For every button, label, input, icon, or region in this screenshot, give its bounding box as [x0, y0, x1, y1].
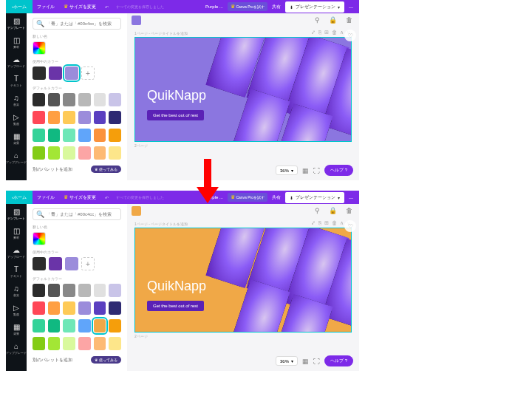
used-swatch[interactable] — [33, 257, 46, 270]
rail-elements[interactable]: ◫素材 — [13, 226, 20, 241]
swatch-selected[interactable] — [94, 319, 106, 332]
swatch[interactable] — [63, 301, 75, 315]
rail-video[interactable]: ▷動画 — [13, 303, 19, 318]
swatch[interactable] — [109, 129, 121, 142]
rail-elements[interactable]: ◫素材 — [13, 35, 20, 50]
share-button[interactable]: 共有 — [269, 4, 284, 10]
swatch[interactable] — [94, 129, 106, 142]
swatch[interactable] — [63, 129, 75, 142]
present-button[interactable]: ⬇ プレゼンテーション ▾ — [285, 1, 344, 13]
search-input[interactable] — [47, 21, 117, 26]
try-brand-button[interactable]: ♛ 使ってみる — [91, 166, 121, 173]
swatch[interactable] — [78, 93, 91, 106]
filter-icon[interactable]: ⚲ — [313, 16, 322, 24]
swatch[interactable] — [78, 111, 91, 124]
grid-view-icon[interactable]: ▦ — [302, 167, 309, 174]
swatch[interactable] — [33, 146, 45, 160]
file-menu[interactable]: ファイル — [33, 194, 59, 201]
swatch[interactable] — [109, 319, 121, 332]
rail-text[interactable]: Tテキスト — [10, 74, 22, 89]
swatch[interactable] — [48, 129, 61, 142]
swatch[interactable] — [94, 301, 106, 315]
swatch[interactable] — [48, 319, 61, 332]
swatch[interactable] — [78, 337, 91, 350]
swatch[interactable] — [78, 319, 91, 332]
more-menu[interactable]: ⋯ — [346, 4, 356, 10]
swatch[interactable] — [63, 111, 75, 124]
rail-upgrade[interactable]: ⌂アップグレード — [6, 151, 27, 166]
fullscreen-icon[interactable]: ⛶ — [313, 358, 320, 365]
duplicate-page-icon[interactable]: ⊞ — [324, 30, 329, 35]
swatch[interactable] — [109, 337, 121, 350]
page-title-input[interactable]: 1ページ - ページタイトルを追加 — [134, 30, 188, 37]
rail-text[interactable]: Tテキスト — [10, 265, 22, 279]
rail-audio[interactable]: ♫音楽 — [13, 284, 19, 299]
try-pro-button[interactable]: ♛ Canva Proを試す — [228, 193, 267, 202]
duplicate-page-icon[interactable]: ⊞ — [324, 220, 329, 226]
swatch[interactable] — [109, 284, 121, 297]
expand-icon[interactable]: ⤢ — [311, 220, 316, 226]
swatch[interactable] — [109, 93, 121, 106]
file-menu[interactable]: ファイル — [33, 4, 59, 10]
like-button[interactable]: ♡ — [344, 220, 356, 232]
search-input[interactable] — [47, 212, 117, 216]
swatch[interactable] — [63, 93, 75, 106]
swatch[interactable] — [48, 111, 61, 124]
rail-audio[interactable]: ♫音楽 — [13, 93, 19, 108]
swatch[interactable] — [63, 146, 75, 160]
page-up-icon[interactable]: ∧ — [340, 220, 344, 226]
rail-templates[interactable]: ▧テンプレート — [7, 207, 25, 222]
page-up-icon[interactable]: ∧ — [340, 30, 344, 35]
swatch[interactable] — [94, 93, 106, 106]
help-button[interactable]: ヘルプ ? — [324, 355, 353, 366]
home-button[interactable]: ‹ ホーム — [6, 191, 33, 204]
used-swatch-selected[interactable] — [65, 66, 78, 80]
swatch[interactable] — [33, 284, 45, 297]
present-button[interactable]: ⬇ プレゼンテーション ▾ — [285, 192, 344, 203]
used-swatch[interactable] — [33, 66, 46, 80]
page-title-input[interactable]: 1ページ - ページタイトルを追加 — [134, 220, 188, 228]
swatch[interactable] — [48, 284, 61, 297]
fullscreen-icon[interactable]: ⛶ — [313, 167, 320, 174]
page-2-label[interactable]: 2ページ — [134, 142, 352, 149]
swatch[interactable] — [109, 111, 121, 124]
add-color-button[interactable]: + — [81, 257, 95, 270]
swatch[interactable] — [63, 284, 75, 297]
undo-button[interactable]: ↶ — [100, 4, 113, 10]
swatch[interactable] — [78, 301, 91, 315]
share-button[interactable]: 共有 — [269, 194, 284, 201]
swatch[interactable] — [48, 337, 61, 350]
lock-icon[interactable]: 🔒 — [327, 16, 339, 24]
design-canvas[interactable]: QuikNapp Get the best out of rest — [134, 228, 352, 332]
zoom-dropdown[interactable]: 36% ▾ — [276, 166, 298, 175]
used-swatch[interactable] — [65, 257, 78, 270]
swatch[interactable] — [78, 146, 91, 160]
color-search[interactable]: 🔍 — [33, 18, 121, 30]
fill-color-chip[interactable] — [132, 16, 141, 25]
swatch[interactable] — [48, 146, 61, 160]
used-swatch[interactable] — [49, 66, 62, 80]
copy-page-icon[interactable]: ⎘ — [318, 30, 321, 35]
swatch[interactable] — [78, 129, 91, 142]
document-name[interactable]: Purple ... — [202, 4, 226, 9]
add-color-button[interactable]: + — [81, 66, 95, 80]
swatch[interactable] — [109, 146, 121, 160]
try-brand-button[interactable]: ♛ 使ってみる — [91, 356, 121, 364]
fill-color-chip[interactable] — [132, 206, 141, 216]
like-button[interactable]: ♡ — [344, 30, 356, 41]
rail-uploads[interactable]: ☁アップロード — [7, 55, 25, 69]
color-picker-button[interactable] — [33, 41, 46, 55]
swatch[interactable] — [48, 301, 61, 315]
swatch[interactable] — [94, 337, 106, 350]
rail-upgrade[interactable]: ⌂アップグレード — [6, 341, 27, 356]
rail-templates[interactable]: ▧テンプレート — [7, 16, 25, 31]
swatch[interactable] — [48, 93, 61, 106]
swatch[interactable] — [33, 93, 45, 106]
rail-background[interactable]: ▦背景 — [13, 322, 20, 337]
lock-icon[interactable]: 🔒 — [327, 207, 339, 214]
design-canvas[interactable]: QuikNapp Get the best out of rest — [134, 37, 352, 142]
swatch[interactable] — [78, 284, 91, 297]
swatch[interactable] — [33, 337, 45, 350]
used-swatch[interactable] — [49, 257, 62, 270]
color-picker-button[interactable] — [33, 232, 46, 245]
